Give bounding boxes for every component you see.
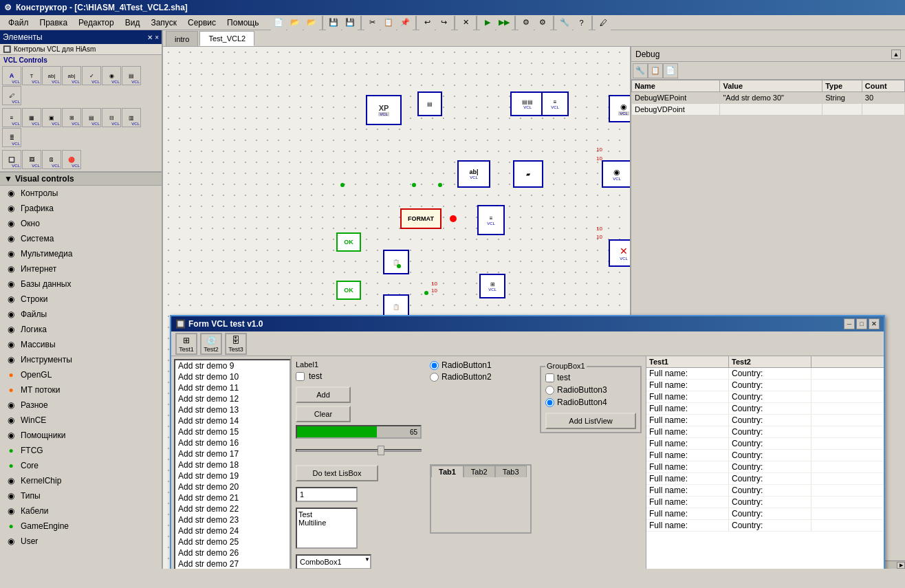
nav-mt-threads[interactable]: ● МТ потоки <box>0 382 162 398</box>
nav-okno[interactable]: ◉ Окно <box>0 216 162 231</box>
add-button[interactable]: Add <box>296 386 351 403</box>
toolbar-play2[interactable]: ▶▶ <box>497 15 512 30</box>
comp-icon-14[interactable]: ⊟VCL <box>102 108 121 127</box>
toolbar-debug2[interactable]: ⚙ <box>535 15 550 30</box>
nav-grafika[interactable]: ◉ Графика <box>0 201 162 216</box>
visual-controls-header[interactable]: ▼ Visual controls <box>0 172 162 186</box>
canvas-node-4[interactable]: 📋 <box>383 250 409 274</box>
nav-files[interactable]: ◉ Файлы <box>0 307 162 322</box>
listview-row-13[interactable]: Full name: Country: <box>646 520 884 532</box>
nav-misc[interactable]: ◉ Разное <box>0 398 162 413</box>
nav-internet[interactable]: ◉ Интернет <box>0 261 162 276</box>
comp-icon-17[interactable]: 🔲VCL <box>2 150 21 169</box>
nav-kontroly[interactable]: ◉ Контролы <box>0 186 162 201</box>
listbox-item-13[interactable]: Add str demo 22 <box>175 503 290 514</box>
listbox-item-14[interactable]: Add str demo 23 <box>175 514 290 525</box>
toolbar-redo[interactable]: ↪ <box>436 15 451 30</box>
toolbar-debug1[interactable]: ⚙ <box>519 15 534 30</box>
toolbar-tools[interactable]: 🔧 <box>557 15 572 30</box>
comp-icon-20[interactable]: 🔴VCL <box>62 150 81 169</box>
canvas-node-ok1[interactable]: OK <box>336 232 361 252</box>
listbox-item-4[interactable]: Add str demo 13 <box>175 404 290 415</box>
nav-gameengine[interactable]: ● GameEngine <box>0 519 162 534</box>
comp-icon-12[interactable]: ⊞VCL <box>62 108 81 127</box>
toolbar-copy[interactable]: 📋 <box>381 15 396 30</box>
radio4[interactable] <box>545 398 554 407</box>
nav-ftcg[interactable]: ● FTCG <box>0 443 162 458</box>
nav-strings[interactable]: ◉ Строки <box>0 292 162 307</box>
tab-control-tab2[interactable]: Tab2 <box>464 466 495 477</box>
add-listview-btn[interactable]: Add ListView <box>545 413 636 429</box>
comp-icon-18[interactable]: 🖼VCL <box>22 150 41 169</box>
canvas-node-ok2[interactable]: OK <box>336 281 361 300</box>
listbox-item-9[interactable]: Add str demo 18 <box>175 459 290 470</box>
nav-tools[interactable]: ◉ Инструменты <box>0 352 162 367</box>
nav-databases[interactable]: ◉ Базы данных <box>0 276 162 292</box>
radio3[interactable] <box>545 386 554 395</box>
nav-types[interactable]: ◉ Типы <box>0 488 162 503</box>
listbox-item-2[interactable]: Add str demo 11 <box>175 382 290 393</box>
listbox-item-18[interactable]: Add str demo 27 <box>175 558 290 569</box>
menu-service[interactable]: Сервис <box>182 17 221 29</box>
clear-button[interactable]: Clear <box>296 406 351 422</box>
tab-test-vcl2[interactable]: Test_VCL2 <box>199 31 254 46</box>
toolbar-save2[interactable]: 💾 <box>342 15 358 30</box>
tab-control-tab3[interactable]: Tab3 <box>495 466 527 477</box>
comp-icon-2[interactable]: TVCL <box>22 66 41 85</box>
listbox-item-12[interactable]: Add str demo 21 <box>175 492 290 503</box>
nav-cables[interactable]: ◉ Кабели <box>0 503 162 519</box>
form-tool-test3[interactable]: 🗄 Test3 <box>225 333 247 355</box>
slider-thumb[interactable] <box>378 446 384 455</box>
canvas-node-prog[interactable]: ▰ <box>513 160 543 188</box>
canvas-node-1[interactable]: ▤ <box>417 91 442 116</box>
listview-col-test1[interactable]: Test1 <box>646 356 729 367</box>
canvas-node-2[interactable]: ▤▤ VCL <box>510 91 545 116</box>
toolbar-open[interactable]: 📂 <box>287 15 303 30</box>
toolbar-open2[interactable]: 📂 <box>304 15 319 30</box>
comp-icon-19[interactable]: 🗓VCL <box>42 150 61 169</box>
canvas-node-list[interactable]: ≡ VCL <box>477 205 505 235</box>
nav-helpers[interactable]: ◉ Помощники <box>0 428 162 443</box>
nav-sistema[interactable]: ◉ Система <box>0 231 162 246</box>
listview-row-6[interactable]: Full name: Country: <box>646 438 884 450</box>
comp-icon-8[interactable]: 🖊VCL <box>2 86 21 105</box>
listbox-item-10[interactable]: Add str demo 19 <box>175 470 290 481</box>
nav-opengl[interactable]: ● OpenGL <box>0 367 162 382</box>
debug-col-type[interactable]: Type <box>822 80 862 92</box>
listview-row-3[interactable]: Full name: Country: <box>646 403 884 415</box>
toolbar-save[interactable]: 💾 <box>326 15 341 30</box>
canvas-node-radio2[interactable]: ◉ VCL <box>602 160 632 188</box>
menu-run[interactable]: Запуск <box>145 17 182 29</box>
checkbox1[interactable] <box>296 372 305 381</box>
canvas-node-3[interactable]: ≡ VCL <box>541 91 569 116</box>
listview-row-5[interactable]: Full name: Country: <box>646 426 884 438</box>
vcl-close-btn[interactable]: ✕ <box>869 318 880 329</box>
debug-tool-1[interactable]: 🔧 <box>633 63 648 78</box>
toolbar-help[interactable]: ? <box>574 15 589 30</box>
do-text-button[interactable]: Do text LisBox <box>296 465 378 481</box>
listview-row-11[interactable]: Full name: Country: <box>646 497 884 508</box>
nav-arrays[interactable]: ◉ Массивы <box>0 337 162 352</box>
debug-col-value[interactable]: Value <box>720 80 822 92</box>
comp-icon-15[interactable]: ▥VCL <box>122 108 141 127</box>
comp-icon-10[interactable]: ▦VCL <box>22 108 41 127</box>
tab-control-tab1[interactable]: Tab1 <box>431 466 464 477</box>
listview-row-12[interactable]: Full name: Country: <box>646 508 884 520</box>
comp-icon-4[interactable]: ab|VCL <box>62 66 81 85</box>
listview-row-0[interactable]: Full name: Country: <box>646 368 884 380</box>
form-tool-test2[interactable]: 💿 Test2 <box>200 333 222 355</box>
tab-intro[interactable]: intro <box>166 31 198 46</box>
comp-icon-16[interactable]: ≣VCL <box>2 128 21 147</box>
listbox-item-8[interactable]: Add str demo 17 <box>175 448 290 459</box>
comp-icon-3[interactable]: ab|VCL <box>42 66 61 85</box>
listbox-item-6[interactable]: Add str demo 15 <box>175 426 290 437</box>
listview-row-8[interactable]: Full name: Country: <box>646 461 884 473</box>
debug-col-name[interactable]: Name <box>632 80 720 92</box>
debug-tool-3[interactable]: 📄 <box>663 63 678 78</box>
menu-edit[interactable]: Правка <box>34 17 74 29</box>
toolbar-cut[interactable]: ✂ <box>364 15 380 30</box>
canvas-node-ab[interactable]: ab| VCL <box>457 160 490 188</box>
listview-body[interactable]: Full name: Country: Full name: Country: … <box>646 368 884 569</box>
debug-row-1[interactable]: DebugVDPoint <box>632 104 905 116</box>
nav-logic[interactable]: ◉ Логика <box>0 322 162 337</box>
